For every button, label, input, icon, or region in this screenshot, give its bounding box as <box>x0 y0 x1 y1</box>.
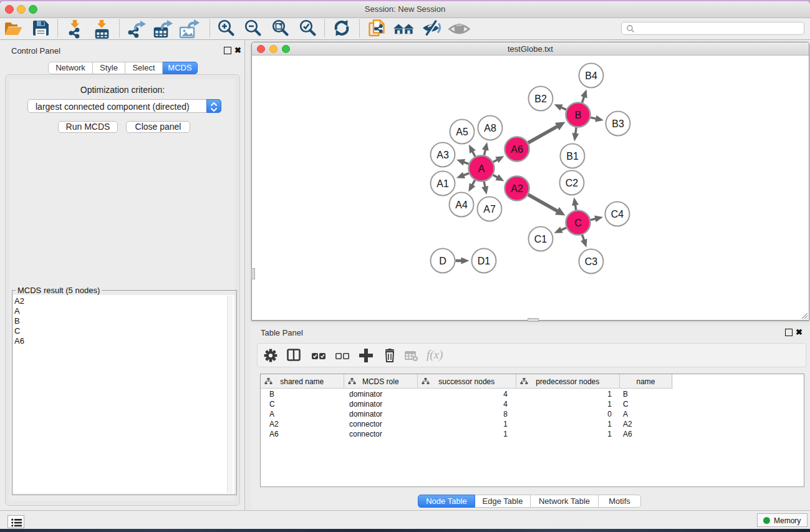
svg-text:A1: A1 <box>436 178 449 189</box>
svg-text:A2: A2 <box>511 183 523 194</box>
svg-text:B1: B1 <box>566 151 579 162</box>
svg-text:A3: A3 <box>436 150 449 160</box>
svg-text:B3: B3 <box>612 118 624 129</box>
svg-text:A4: A4 <box>455 200 468 210</box>
svg-text:f(x): f(x) <box>427 349 443 362</box>
svg-text:C3: C3 <box>585 256 598 267</box>
svg-text:C1: C1 <box>534 234 547 244</box>
svg-text:D1: D1 <box>478 256 491 266</box>
svg-text:A8: A8 <box>484 123 496 133</box>
svg-text:C4: C4 <box>611 209 624 220</box>
svg-text:B2: B2 <box>534 94 547 104</box>
svg-text:D: D <box>439 256 446 266</box>
svg-text:B: B <box>575 110 582 120</box>
svg-text:A6: A6 <box>511 144 523 155</box>
svg-text:A: A <box>478 163 485 174</box>
svg-text:C2: C2 <box>566 178 579 188</box>
svg-text:B4: B4 <box>585 70 597 81</box>
svg-text:A5: A5 <box>456 127 468 137</box>
svg-text:C: C <box>574 218 582 228</box>
svg-text:A7: A7 <box>483 204 496 215</box>
